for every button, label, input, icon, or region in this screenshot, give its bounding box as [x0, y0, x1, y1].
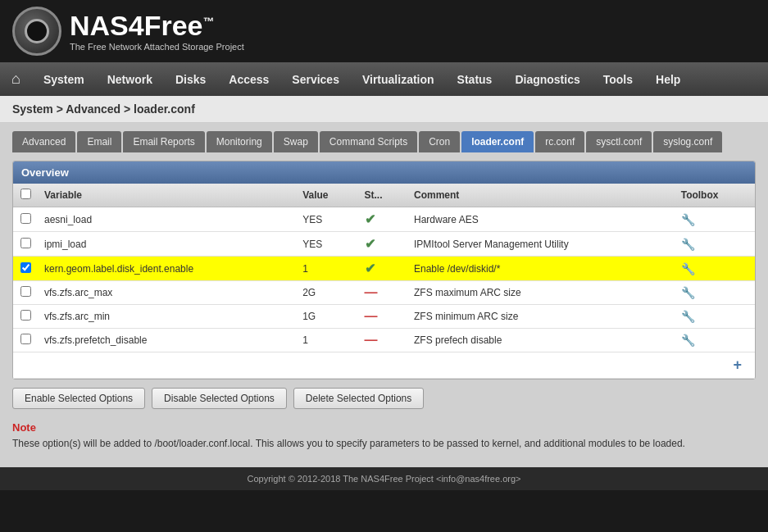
toolbox-kern[interactable]: 🔧	[675, 257, 755, 281]
nav-item-disks[interactable]: Disks	[164, 65, 217, 94]
comment-ipmi: IPMItool Server Management Utility	[407, 232, 675, 257]
nav-item-diagnostics[interactable]: Diagnostics	[503, 65, 591, 94]
variable-arc-min: vfs.zfs.arc_min	[38, 305, 296, 329]
nav-link-help[interactable]: Help	[644, 65, 692, 94]
value-arc-min: 1G	[296, 305, 357, 329]
table-row: ipmi_load YES ✔ IPMItool Server Manageme…	[13, 232, 755, 257]
nav-item-virtualization[interactable]: Virtualization	[351, 65, 446, 94]
toolbox-prefetch[interactable]: 🔧	[675, 329, 755, 352]
table-row: vfs.zfs.arc_min 1G — ZFS minimum ARC siz…	[13, 305, 755, 329]
col-status: St...	[358, 184, 407, 207]
add-button[interactable]: +	[726, 353, 748, 376]
toolbox-arc-min[interactable]: 🔧	[675, 305, 755, 329]
checkbox-kern[interactable]	[20, 262, 31, 273]
col-value: Value	[296, 184, 357, 207]
checkbox-aesni[interactable]	[20, 213, 31, 224]
tab-rc-conf[interactable]: rc.conf	[535, 131, 584, 152]
row-check-aesni[interactable]	[13, 207, 38, 232]
status-arc-min: —	[358, 305, 407, 329]
table-row-highlighted: kern.geom.label.disk_ident.enable 1 ✔ En…	[13, 257, 755, 281]
tab-cron[interactable]: Cron	[419, 131, 460, 152]
status-kern: ✔	[358, 257, 407, 281]
add-row: +	[13, 352, 755, 379]
row-check-arc-max[interactable]	[13, 281, 38, 305]
breadcrumb: System > Advanced > loader.conf	[12, 102, 195, 116]
table-row: vfs.zfs.arc_max 2G — ZFS maximum ARC siz…	[13, 281, 755, 305]
note-section: Note These option(s) will be added to /b…	[12, 417, 756, 455]
nav-item-tools[interactable]: Tools	[592, 65, 644, 94]
variable-ipmi: ipmi_load	[38, 232, 296, 257]
checkbox-prefetch[interactable]	[20, 334, 31, 344]
row-check-kern[interactable]	[13, 257, 38, 281]
toolbox-arc-max[interactable]: 🔧	[675, 281, 755, 305]
variable-arc-max: vfs.zfs.arc_max	[38, 281, 296, 305]
status-aesni: ✔	[358, 207, 407, 232]
status-arc-max: —	[358, 281, 407, 305]
tab-email-reports[interactable]: Email Reports	[123, 131, 204, 152]
disable-selected-button[interactable]: Disable Selected Options	[152, 388, 287, 409]
note-title: Note	[12, 421, 756, 434]
nav-link-diagnostics[interactable]: Diagnostics	[503, 65, 591, 94]
edit-icon-arc-max[interactable]: 🔧	[681, 286, 695, 299]
enable-selected-button[interactable]: Enable Selected Options	[12, 388, 145, 409]
nav-link-disks[interactable]: Disks	[164, 65, 217, 94]
nav-item-services[interactable]: Services	[280, 65, 351, 94]
footer-text: Copyright © 2012-2018 The NAS4Free Proje…	[248, 474, 521, 484]
nav-link-virtualization[interactable]: Virtualization	[351, 65, 446, 94]
variable-prefetch: vfs.zfs.prefetch_disable	[38, 329, 296, 352]
main-nav: ⌂ System Network Disks Access Services V…	[0, 62, 768, 96]
comment-arc-max: ZFS maximum ARC size	[407, 281, 675, 305]
row-check-arc-min[interactable]	[13, 305, 38, 329]
nav-item-network[interactable]: Network	[96, 65, 164, 94]
table-row: vfs.zfs.prefetch_disable 1 — ZFS prefech…	[13, 329, 755, 352]
button-row: Enable Selected Options Disable Selected…	[12, 380, 756, 417]
add-cell[interactable]: +	[13, 352, 755, 379]
comment-arc-min: ZFS minimum ARC size	[407, 305, 675, 329]
checkbox-arc-max[interactable]	[20, 286, 31, 297]
nav-link-tools[interactable]: Tools	[592, 65, 644, 94]
nav-link-network[interactable]: Network	[96, 65, 164, 94]
checkbox-arc-min[interactable]	[20, 310, 31, 321]
tab-sysctl-conf[interactable]: sysctl.conf	[586, 131, 652, 152]
nav-item-system[interactable]: System	[32, 65, 96, 94]
toolbox-aesni[interactable]: 🔧	[675, 207, 755, 232]
variable-aesni: aesni_load	[38, 207, 296, 232]
col-comment: Comment	[407, 184, 675, 207]
edit-icon-kern[interactable]: 🔧	[681, 262, 695, 275]
tab-syslog-conf[interactable]: syslog.conf	[653, 131, 722, 152]
delete-selected-button[interactable]: Delete Selected Options	[293, 388, 424, 409]
edit-icon-arc-min[interactable]: 🔧	[681, 310, 695, 323]
nav-item-help[interactable]: Help	[644, 65, 692, 94]
nav-home[interactable]: ⌂	[0, 62, 32, 96]
edit-icon-aesni[interactable]: 🔧	[681, 213, 695, 226]
row-check-prefetch[interactable]	[13, 329, 38, 352]
comment-prefetch: ZFS prefech disable	[407, 329, 675, 352]
toolbox-ipmi[interactable]: 🔧	[675, 232, 755, 257]
col-checkbox	[13, 184, 38, 207]
value-ipmi: YES	[296, 232, 357, 257]
comment-kern: Enable /dev/diskid/*	[407, 257, 675, 281]
home-link[interactable]: ⌂	[0, 62, 32, 96]
edit-icon-ipmi[interactable]: 🔧	[681, 238, 695, 251]
edit-icon-prefetch[interactable]: 🔧	[681, 334, 695, 347]
nav-link-system[interactable]: System	[32, 65, 96, 94]
brand-name: NAS4Free™	[70, 11, 244, 41]
tab-swap[interactable]: Swap	[274, 131, 318, 152]
value-kern: 1	[296, 257, 357, 281]
panel-header: Overview	[13, 161, 755, 184]
note-text: These option(s) will be added to /boot/l…	[12, 436, 756, 451]
tab-monitoring[interactable]: Monitoring	[207, 131, 272, 152]
nav-link-status[interactable]: Status	[446, 65, 504, 94]
value-arc-max: 2G	[296, 281, 357, 305]
tab-advanced[interactable]: Advanced	[12, 131, 75, 152]
tab-email[interactable]: Email	[77, 131, 121, 152]
checkbox-ipmi[interactable]	[20, 238, 31, 248]
tab-command-scripts[interactable]: Command Scripts	[320, 131, 417, 152]
nav-link-access[interactable]: Access	[217, 65, 280, 94]
select-all-checkbox[interactable]	[20, 189, 31, 199]
row-check-ipmi[interactable]	[13, 232, 38, 257]
nav-item-status[interactable]: Status	[446, 65, 504, 94]
nav-item-access[interactable]: Access	[217, 65, 280, 94]
tab-loader-conf[interactable]: loader.conf	[461, 131, 534, 152]
nav-link-services[interactable]: Services	[280, 65, 351, 94]
